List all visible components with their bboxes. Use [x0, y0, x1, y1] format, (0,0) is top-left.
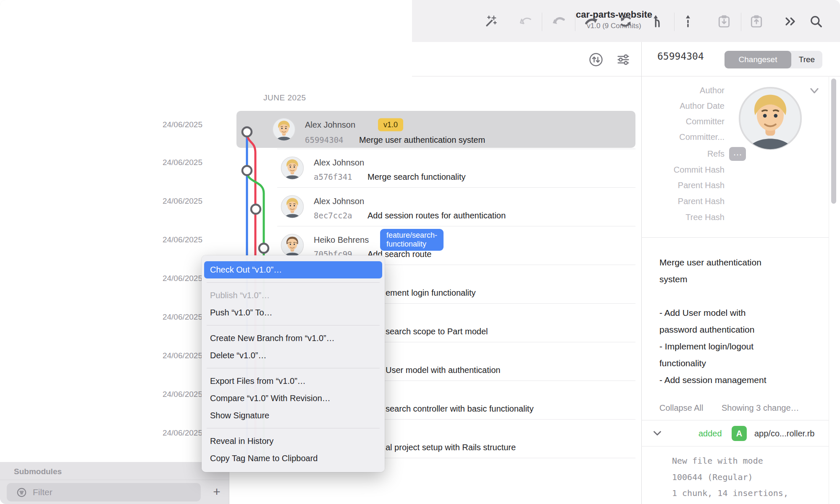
commit-hash: 8ec7cc2a: [314, 211, 352, 220]
commit-date: 24/06/2025: [163, 428, 202, 438]
divider: [542, 13, 542, 31]
menu-item: Publish “v1.0”…: [202, 287, 385, 304]
tab-changeset[interactable]: Changeset: [724, 51, 791, 68]
menu-item[interactable]: Show Signature: [202, 407, 385, 424]
compare-swap-icon[interactable]: [588, 51, 604, 68]
add-button[interactable]: +: [207, 483, 226, 501]
menu-item[interactable]: Reveal in History: [202, 433, 385, 450]
filter-settings-icon[interactable]: [615, 51, 632, 68]
filter-input[interactable]: Filter: [7, 483, 201, 501]
tab-tree[interactable]: Tree: [791, 51, 822, 68]
filter-icon: [16, 487, 27, 498]
sync-icon[interactable]: [617, 13, 634, 30]
commit-author: Alex Johnson: [305, 120, 355, 130]
commit-message-partial: al project setup with Rails structure: [386, 443, 516, 452]
more-tools-chevrons-icon[interactable]: [782, 13, 798, 30]
menu-item[interactable]: Copy Tag Name to Clipboard: [202, 450, 385, 467]
file-chevron-down-icon[interactable]: [652, 429, 663, 438]
commit-hash: 65994304: [305, 135, 344, 144]
commit-date: 24/06/2025: [163, 312, 202, 322]
commit-message-partial: User model with authentication: [386, 365, 500, 375]
menu-separator: [207, 282, 380, 283]
app-window: WorkspaceWorking CopyHistoryStashesPull …: [0, 0, 840, 504]
changeset-tree-segmented-control: ChangesetTree: [724, 51, 822, 68]
chevron-down-icon[interactable]: [808, 86, 820, 96]
refs-more-button[interactable]: …: [729, 147, 746, 161]
commit-date: 24/06/2025: [163, 235, 202, 244]
avatar: [272, 118, 296, 141]
avatar: [281, 156, 304, 180]
commit-author: Alex Johnson: [314, 197, 364, 206]
menu-item[interactable]: Export Files from “v1.0”…: [202, 373, 385, 390]
filter-placeholder: Filter: [33, 487, 52, 497]
detail-commit-hash: 65994304: [657, 51, 704, 62]
file-name[interactable]: app/co...roller.rb: [754, 429, 814, 438]
commit-date: 24/06/2025: [163, 390, 202, 399]
commit-message-partial: ement login functionality: [386, 288, 476, 298]
divider: [741, 13, 741, 31]
merge-icon[interactable]: [651, 13, 667, 30]
menu-item[interactable]: Create New Branch from “v1.0”…: [202, 330, 385, 347]
avatar: [281, 195, 304, 218]
undo-outline-icon[interactable]: [517, 13, 534, 30]
menu-separator: [207, 368, 380, 368]
tag-context-menu: Check Out “v1.0”…Publish “v1.0”…Push “v1…: [202, 255, 385, 472]
divider: [0, 480, 229, 480]
magic-wand-icon[interactable]: [482, 13, 499, 30]
commit-author: Alex Johnson: [314, 158, 364, 168]
menu-item[interactable]: Push “v1.0” To…: [202, 304, 385, 321]
tag-badge: v1.0: [378, 118, 403, 131]
menu-item[interactable]: Delete “v1.0”…: [202, 347, 385, 364]
sidebar-section-header-submodules: Submodules: [14, 467, 62, 476]
commit-date: 24/06/2025: [163, 197, 202, 206]
collapse-all-button[interactable]: Collapse All: [659, 403, 704, 413]
commit-message: Add session routes for authentication: [368, 211, 506, 220]
rebase-dashed-icon[interactable]: [680, 13, 696, 30]
search-icon[interactable]: [808, 13, 824, 30]
redo-push-icon[interactable]: [583, 13, 600, 30]
commit-message-partial: search scope to Part model: [386, 327, 488, 336]
divider: [674, 13, 675, 31]
divider: [575, 13, 575, 31]
stash-icon[interactable]: [715, 13, 733, 30]
commit-author: Heiko Behrens: [314, 235, 369, 245]
branch-badge: feature/search-functionality: [380, 229, 444, 251]
menu-separator: [207, 428, 380, 428]
commit-date: 24/06/2025: [163, 351, 202, 360]
menu-item[interactable]: Compare “v1.0” With Revision…: [202, 390, 385, 407]
commit-date: 24/06/2025: [163, 158, 202, 167]
commit-message: Merge search functionality: [368, 172, 465, 182]
commit-date: 24/06/2025: [163, 120, 202, 129]
commit-message: Merge user authentication system: [359, 135, 485, 145]
commit-section-header: JUNE 2025: [263, 93, 306, 102]
undo-filled-icon[interactable]: [550, 13, 567, 30]
detail-scrollbar[interactable]: [831, 79, 836, 204]
menu-item[interactable]: Check Out “v1.0”…: [204, 261, 382, 278]
commit-date: 24/06/2025: [163, 274, 202, 283]
avatar: [281, 234, 304, 257]
menu-separator: [207, 325, 380, 326]
commit-message-partial: search controller with basic functionali…: [386, 404, 533, 414]
unstash-icon[interactable]: [748, 13, 765, 30]
commit-hash: a576f341: [314, 172, 352, 181]
